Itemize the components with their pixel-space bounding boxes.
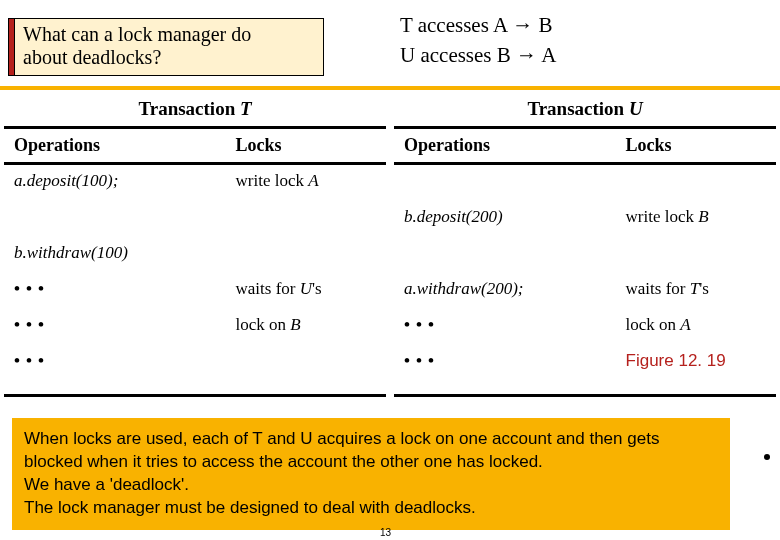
table-row: a.withdraw(200); waits for T's [394, 273, 776, 309]
table-row: ••• lock on A [394, 309, 776, 345]
page-number: 13 [380, 527, 391, 538]
arrow-icon: → [512, 13, 533, 36]
lk-b: B [698, 207, 708, 226]
op-cell: b.deposit(200) [394, 201, 616, 237]
t-subheader: Operations Locks [4, 129, 386, 165]
lk: write lock [236, 171, 309, 190]
op-cell [394, 237, 616, 273]
figure-label: Figure 12. 19 [616, 345, 776, 381]
op-cell: b.withdraw(100) [4, 237, 226, 273]
access-t-a: T accesses A [400, 13, 512, 37]
lk: 's [312, 279, 322, 298]
table-row [4, 201, 386, 237]
op-cell [4, 201, 226, 237]
hdr-u: U [629, 98, 643, 119]
access-t-b: B [533, 13, 552, 37]
note-text: When locks are used, each of T and U acq… [24, 429, 659, 517]
lk-u: U [300, 279, 312, 298]
lock-cell [616, 165, 776, 201]
callout-line-1: What can a lock manager do [23, 23, 315, 46]
dots-cell: ••• [394, 345, 616, 381]
lk: waits for [236, 279, 300, 298]
access-line-1: T accesses A → B [400, 10, 556, 40]
explanation-note: When locks are used, each of T and U acq… [12, 418, 730, 530]
title-row: What can a lock manager do about deadloc… [0, 0, 780, 90]
u-subheader: Operations Locks [394, 129, 776, 165]
t-body: a.deposit(100); write lock A b.withdraw(… [4, 165, 386, 397]
lk: 's [699, 279, 709, 298]
transaction-t-column: Transaction T Operations Locks a.deposit… [0, 94, 390, 397]
hdr-t: T [240, 98, 252, 119]
transactions-table: Transaction T Operations Locks a.deposit… [0, 94, 780, 397]
arrow-icon: → [516, 43, 537, 66]
table-row: b.deposit(200) write lock B [394, 201, 776, 237]
table-row [394, 237, 776, 273]
transaction-u-column: Transaction U Operations Locks b.deposit… [390, 94, 780, 397]
access-u-b: U accesses B [400, 43, 516, 67]
table-row: ••• lock on B [4, 309, 386, 345]
lock-cell: lock on B [226, 309, 386, 345]
dots-cell: ••• [4, 345, 226, 381]
dot-icon [764, 454, 770, 460]
lk: lock on [626, 315, 681, 334]
lk: write lock [626, 207, 699, 226]
col-locks: Locks [616, 129, 776, 162]
op-cell: a.withdraw(200); [394, 273, 616, 309]
access-u-a: A [537, 43, 556, 67]
table-row: ••• [4, 345, 386, 381]
transaction-t-header: Transaction T [4, 94, 386, 129]
transaction-u-header: Transaction U [394, 94, 776, 129]
col-locks: Locks [226, 129, 386, 162]
dots-cell: ••• [394, 309, 616, 345]
table-row [394, 165, 776, 201]
lock-cell [226, 201, 386, 237]
lk: waits for [626, 279, 690, 298]
table-row: b.withdraw(100) [4, 237, 386, 273]
table-row: ••• waits for U's [4, 273, 386, 309]
hdr-label: Transaction [527, 98, 629, 119]
lock-cell: write lock A [226, 165, 386, 201]
lk-a: A [680, 315, 690, 334]
callout-box: What can a lock manager do about deadloc… [14, 18, 324, 76]
lock-cell [226, 237, 386, 273]
table-row: a.deposit(100); write lock A [4, 165, 386, 201]
col-operations: Operations [4, 129, 226, 162]
callout-line-2: about deadlocks? [23, 46, 315, 69]
u-body: b.deposit(200) write lock B a.withdraw(2… [394, 165, 776, 397]
table-row: ••• Figure 12. 19 [394, 345, 776, 381]
lk-b: B [290, 315, 300, 334]
lk-t: T [690, 279, 699, 298]
lock-cell [226, 345, 386, 381]
op-cell: a.deposit(100); [4, 165, 226, 201]
lock-cell [616, 237, 776, 273]
access-order-summary: T accesses A → B U accesses B → A [400, 10, 556, 71]
op-cell [394, 165, 616, 201]
lk-a: A [308, 171, 318, 190]
lock-cell: lock on A [616, 309, 776, 345]
lock-cell: write lock B [616, 201, 776, 237]
lock-cell: waits for T's [616, 273, 776, 309]
lock-cell: waits for U's [226, 273, 386, 309]
access-line-2: U accesses B → A [400, 40, 556, 70]
col-operations: Operations [394, 129, 616, 162]
hdr-label: Transaction [138, 98, 240, 119]
dots-cell: ••• [4, 273, 226, 309]
lk: lock on [236, 315, 291, 334]
dots-cell: ••• [4, 309, 226, 345]
